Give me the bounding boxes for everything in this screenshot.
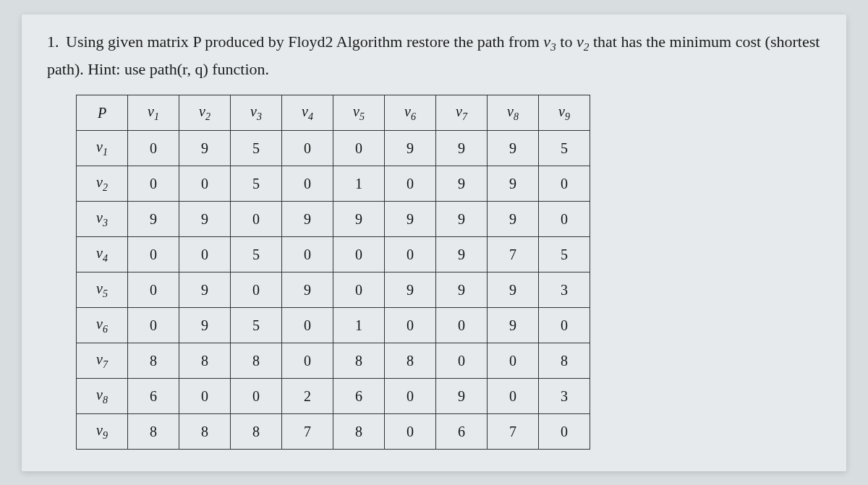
- cell-r7-c4: 0: [282, 343, 333, 379]
- col-header-v4: v4: [282, 95, 333, 131]
- cell-r6-c6: 0: [385, 308, 436, 343]
- cell-r6-c9: 0: [539, 308, 590, 343]
- col-header-v6: v6: [385, 95, 436, 131]
- cell-r3-c5: 9: [333, 202, 385, 237]
- cell-r2-c8: 9: [488, 166, 539, 202]
- cell-r1-c1: 0: [128, 131, 179, 166]
- cell-r6-c2: 9: [179, 308, 231, 343]
- cell-r7-c8: 0: [488, 343, 539, 379]
- cell-r5-c4: 9: [282, 272, 333, 308]
- v3-label: v3: [543, 33, 556, 51]
- cell-r5-c3: 0: [231, 272, 282, 308]
- cell-r2-c7: 9: [436, 166, 488, 202]
- cell-r1-c3: 5: [231, 131, 282, 166]
- col-header-v2: v2: [179, 95, 231, 131]
- col-header-v9: v9: [539, 95, 590, 131]
- cell-r1-c5: 0: [333, 131, 385, 166]
- cell-r4-c7: 9: [436, 237, 488, 272]
- row-header-v8: v8: [77, 379, 128, 414]
- cell-r1-c9: 5: [539, 131, 590, 166]
- cell-r8-c3: 0: [231, 379, 282, 414]
- cell-r3-c7: 9: [436, 202, 488, 237]
- cell-r4-c6: 0: [385, 237, 436, 272]
- cell-r9-c2: 8: [179, 414, 231, 450]
- cell-r1-c8: 9: [488, 131, 539, 166]
- cell-r8-c7: 9: [436, 379, 488, 414]
- cell-r3-c6: 9: [385, 202, 436, 237]
- cell-r7-c6: 8: [385, 343, 436, 379]
- row-header-v2: v2: [77, 166, 128, 202]
- cell-r6-c3: 5: [231, 308, 282, 343]
- cell-r2-c9: 0: [539, 166, 590, 202]
- cell-r4-c3: 5: [231, 237, 282, 272]
- question-number: 1.: [47, 33, 59, 51]
- cell-r9-c4: 7: [282, 414, 333, 450]
- row-header-v5: v5: [77, 272, 128, 308]
- cell-r3-c8: 9: [488, 202, 539, 237]
- row-header-v4: v4: [77, 237, 128, 272]
- cell-r9-c8: 7: [488, 414, 539, 450]
- cell-r3-c4: 9: [282, 202, 333, 237]
- cell-r7-c7: 0: [436, 343, 488, 379]
- cell-r6-c7: 0: [436, 308, 488, 343]
- cell-r2-c1: 0: [128, 166, 179, 202]
- matrix-letter-P: P: [192, 33, 200, 51]
- cell-r3-c3: 0: [231, 202, 282, 237]
- col-header-v3: v3: [231, 95, 282, 131]
- cell-r1-c6: 9: [385, 131, 436, 166]
- cell-r5-c6: 9: [385, 272, 436, 308]
- question-mid: to: [556, 33, 576, 51]
- cell-r9-c6: 0: [385, 414, 436, 450]
- cell-r8-c8: 0: [488, 379, 539, 414]
- v3-v: v: [543, 33, 550, 51]
- cell-r3-c2: 9: [179, 202, 231, 237]
- cell-r2-c4: 0: [282, 166, 333, 202]
- cell-r8-c4: 2: [282, 379, 333, 414]
- row-header-v9: v9: [77, 414, 128, 450]
- col-header-v5: v5: [333, 95, 385, 131]
- cell-r5-c1: 0: [128, 272, 179, 308]
- cell-r3-c1: 9: [128, 202, 179, 237]
- matrix-corner: P: [77, 95, 128, 131]
- cell-r5-c9: 3: [539, 272, 590, 308]
- cell-r9-c7: 6: [436, 414, 488, 450]
- cell-r5-c5: 0: [333, 272, 385, 308]
- cell-r7-c3: 8: [231, 343, 282, 379]
- cell-r6-c4: 0: [282, 308, 333, 343]
- cell-r6-c5: 1: [333, 308, 385, 343]
- cell-r8-c1: 6: [128, 379, 179, 414]
- cell-r4-c1: 0: [128, 237, 179, 272]
- row-header-v1: v1: [77, 131, 128, 166]
- row-header-v7: v7: [77, 343, 128, 379]
- row-header-v6: v6: [77, 308, 128, 343]
- question-part-2: produced by Floyd2 Algorithm restore the…: [205, 33, 543, 51]
- v3-sub: 3: [550, 40, 556, 53]
- cell-r4-c9: 5: [539, 237, 590, 272]
- cell-r3-c9: 0: [539, 202, 590, 237]
- v2-label: v2: [576, 33, 589, 51]
- cell-r8-c2: 0: [179, 379, 231, 414]
- col-header-v7: v7: [436, 95, 488, 131]
- cell-r7-c1: 8: [128, 343, 179, 379]
- cell-r1-c7: 9: [436, 131, 488, 166]
- cell-r9-c5: 8: [333, 414, 385, 450]
- cell-r7-c2: 8: [179, 343, 231, 379]
- cell-r5-c2: 9: [179, 272, 231, 308]
- v2-v: v: [576, 33, 584, 51]
- cell-r7-c5: 8: [333, 343, 385, 379]
- cell-r4-c2: 0: [179, 237, 231, 272]
- col-header-v1: v1: [128, 95, 179, 131]
- cell-r8-c6: 0: [385, 379, 436, 414]
- cell-r1-c4: 0: [282, 131, 333, 166]
- cell-r4-c5: 0: [333, 237, 385, 272]
- cell-r8-c9: 3: [539, 379, 590, 414]
- row-header-v3: v3: [77, 202, 128, 237]
- cell-r4-c8: 7: [488, 237, 539, 272]
- cell-r2-c6: 0: [385, 166, 436, 202]
- cell-r9-c9: 0: [539, 414, 590, 450]
- cell-r6-c1: 0: [128, 308, 179, 343]
- cell-r4-c4: 0: [282, 237, 333, 272]
- cell-r6-c8: 9: [488, 308, 539, 343]
- cell-r5-c7: 9: [436, 272, 488, 308]
- question-part-1: Using given matrix: [66, 33, 192, 51]
